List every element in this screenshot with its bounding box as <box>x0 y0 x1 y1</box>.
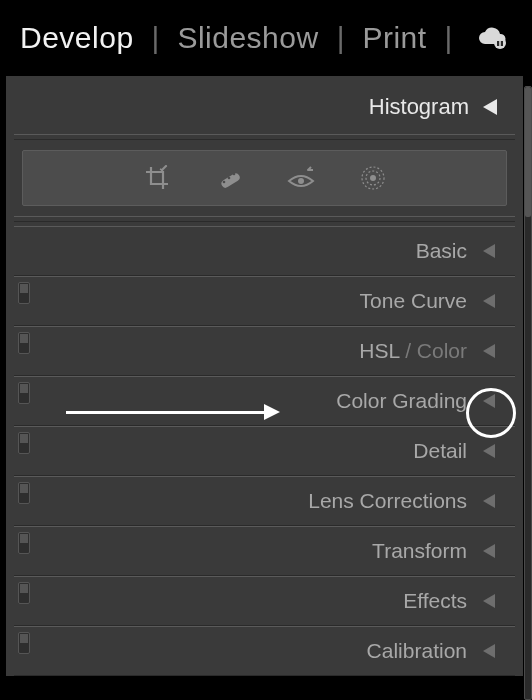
panel-toggle-switch[interactable] <box>18 282 30 304</box>
panel-title: HSL / Color <box>359 339 481 363</box>
module-picker: Develop | Slideshow | Print | <box>0 0 532 76</box>
develop-side-panel: Histogram <box>6 76 523 676</box>
panel-calibration[interactable]: Calibration <box>6 626 523 676</box>
scrollbar[interactable] <box>524 86 532 700</box>
panel-title: Basic <box>416 239 481 263</box>
panel-toggle-switch[interactable] <box>18 532 30 554</box>
panel-histogram[interactable]: Histogram <box>6 76 523 134</box>
panel-lens-corrections[interactable]: Lens Corrections <box>6 476 523 526</box>
panel-toggle-switch[interactable] <box>18 582 30 604</box>
panel-title: Effects <box>403 589 481 613</box>
svg-point-6 <box>227 177 230 180</box>
crop-tool-icon[interactable] <box>143 164 171 192</box>
panel-title-alt: Color <box>417 339 467 362</box>
svg-marker-22 <box>483 594 495 608</box>
disclosure-triangle-icon <box>481 543 497 559</box>
divider <box>14 216 515 222</box>
panel-toggle-switch[interactable] <box>18 382 30 404</box>
healing-tool-icon[interactable] <box>215 164 243 192</box>
panel-title: Calibration <box>367 639 481 663</box>
scrollbar-thumb[interactable] <box>525 87 531 217</box>
svg-point-0 <box>494 37 506 49</box>
disclosure-triangle-icon <box>481 493 497 509</box>
svg-marker-18 <box>483 394 495 408</box>
panel-title: Lens Corrections <box>308 489 481 513</box>
module-tab-develop[interactable]: Develop <box>20 21 134 55</box>
panel-basic[interactable]: Basic <box>6 226 523 276</box>
svg-point-5 <box>222 181 225 184</box>
toolstrip <box>22 150 507 206</box>
panel-detail[interactable]: Detail <box>6 426 523 476</box>
svg-marker-19 <box>483 444 495 458</box>
panel-toggle-switch[interactable] <box>18 482 30 504</box>
svg-marker-20 <box>483 494 495 508</box>
toolstrip-container <box>6 140 523 216</box>
panels-list: Basic Tone Curve HSL / Color Color Gradi… <box>6 226 523 676</box>
svg-rect-1 <box>497 41 499 46</box>
panel-title-main: HSL <box>359 339 399 362</box>
svg-marker-3 <box>483 99 497 115</box>
masking-tool-icon[interactable] <box>359 164 387 192</box>
module-tab-slideshow[interactable]: Slideshow <box>177 21 318 55</box>
panel-title: Tone Curve <box>360 289 481 313</box>
svg-rect-2 <box>501 41 503 46</box>
svg-marker-23 <box>483 644 495 658</box>
cloud-sync-icon[interactable] <box>476 26 510 50</box>
svg-marker-21 <box>483 544 495 558</box>
disclosure-triangle-icon <box>481 593 497 609</box>
disclosure-triangle-icon <box>481 643 497 659</box>
panel-transform[interactable]: Transform <box>6 526 523 576</box>
svg-point-11 <box>307 169 309 171</box>
module-tab-print[interactable]: Print <box>362 21 426 55</box>
panel-title: Detail <box>413 439 481 463</box>
panel-toggle-switch[interactable] <box>18 632 30 654</box>
svg-marker-15 <box>483 244 495 258</box>
histogram-label: Histogram <box>369 94 483 120</box>
disclosure-triangle-icon <box>481 393 497 409</box>
svg-marker-17 <box>483 344 495 358</box>
module-separator: | <box>319 21 363 55</box>
disclosure-triangle-icon <box>483 99 497 115</box>
disclosure-triangle-icon <box>481 243 497 259</box>
module-separator: | <box>134 21 178 55</box>
svg-point-7 <box>232 173 235 176</box>
panel-toggle-switch[interactable] <box>18 432 30 454</box>
disclosure-triangle-icon <box>481 343 497 359</box>
panel-tone-curve[interactable]: Tone Curve <box>6 276 523 326</box>
redeye-tool-icon[interactable] <box>287 164 315 192</box>
panel-effects[interactable]: Effects <box>6 576 523 626</box>
panel-color-grading[interactable]: Color Grading <box>6 376 523 426</box>
disclosure-triangle-icon <box>481 443 497 459</box>
panel-hsl-color[interactable]: HSL / Color <box>6 326 523 376</box>
panel-title: Color Grading <box>336 389 481 413</box>
module-separator: | <box>427 21 471 55</box>
svg-point-8 <box>298 178 304 184</box>
panel-title: Transform <box>372 539 481 563</box>
panel-title-sep: / <box>399 339 417 362</box>
panel-toggle-switch[interactable] <box>18 332 30 354</box>
svg-rect-4 <box>219 172 240 189</box>
disclosure-triangle-icon <box>481 293 497 309</box>
svg-marker-16 <box>483 294 495 308</box>
svg-point-14 <box>370 175 376 181</box>
